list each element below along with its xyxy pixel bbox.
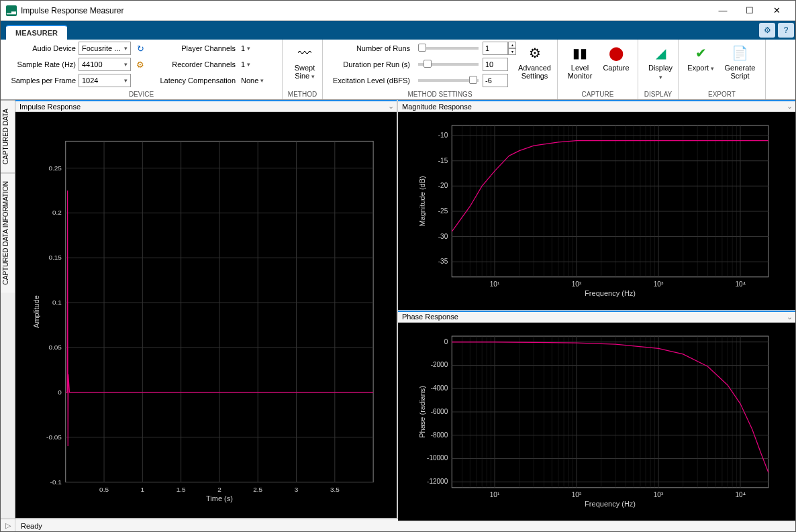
svg-text:1.5: 1.5 xyxy=(177,486,186,493)
generate-script-button[interactable]: 📄 Generate Script xyxy=(719,41,761,83)
excitation-label: Excitation Level (dBFS) xyxy=(327,76,414,85)
magnitude-plot[interactable]: -35-30-25-20-15-1010¹10²10³10⁴Frequency … xyxy=(398,112,795,310)
advanced-settings-button[interactable]: ⚙ Advanced Settings xyxy=(516,41,553,83)
impulse-panel-menu-icon[interactable]: ⌄ xyxy=(388,102,394,111)
player-channels-label: Player Channels xyxy=(152,44,240,52)
toolstrip: Audio Device Focusrite ... ↻ Sample Rate… xyxy=(1,40,795,100)
settings-icon[interactable]: ⚙ xyxy=(759,23,775,38)
samples-per-frame-combo[interactable]: 1024 xyxy=(79,74,131,87)
impulse-plot[interactable]: -0.1-0.0500.050.10.150.20.250.511.522.53… xyxy=(15,112,397,518)
capture-group-label: CAPTURE xyxy=(562,89,634,99)
export-button[interactable]: ✔ Export xyxy=(683,41,719,75)
samples-per-frame-label: Samples per Frame xyxy=(5,76,79,85)
phase-panel-menu-icon[interactable]: ⌄ xyxy=(787,313,793,321)
svg-text:10⁴: 10⁴ xyxy=(735,280,745,288)
svg-text:0.25: 0.25 xyxy=(48,164,62,172)
svg-text:Time (s): Time (s) xyxy=(206,494,233,502)
audio-device-label: Audio Device xyxy=(5,44,79,52)
svg-text:-10000: -10000 xyxy=(427,454,448,462)
impulse-panel-header: Impulse Response ⌄ xyxy=(15,100,397,112)
refresh-device-icon[interactable]: ↻ xyxy=(134,42,147,55)
phase-plot[interactable]: -12000-10000-8000-6000-4000-2000010¹10²1… xyxy=(398,323,795,521)
phase-panel-header: Phase Response ⌄ xyxy=(398,311,795,323)
svg-text:-35: -35 xyxy=(438,258,448,265)
excitation-slider[interactable] xyxy=(418,79,479,82)
duration-value[interactable]: 10 xyxy=(483,58,508,71)
tab-measurer[interactable]: MEASURER xyxy=(6,25,67,40)
level-monitor-button[interactable]: ▮▮ Level Monitor xyxy=(562,41,598,83)
svg-text:-25: -25 xyxy=(438,207,448,215)
svg-text:0.1: 0.1 xyxy=(52,299,62,306)
svg-text:-10: -10 xyxy=(438,131,448,139)
svg-text:10¹: 10¹ xyxy=(490,491,500,498)
svg-text:10¹: 10¹ xyxy=(490,280,500,288)
display-button[interactable]: ◢ Display xyxy=(642,41,679,84)
svg-text:Frequency (Hz): Frequency (Hz) xyxy=(585,289,636,297)
svg-text:-2000: -2000 xyxy=(431,361,448,368)
minimize-button[interactable]: — xyxy=(709,1,736,20)
main-area: CAPTURED DATA CAPTURED DATA INFORMATION … xyxy=(1,100,795,519)
svg-text:-6000: -6000 xyxy=(431,408,448,415)
excitation-value[interactable]: -6 xyxy=(483,74,508,87)
runs-slider[interactable] xyxy=(418,47,479,50)
script-icon: 📄 xyxy=(731,44,750,62)
method-group-label: METHOD xyxy=(287,89,318,99)
magnitude-panel-menu-icon[interactable]: ⌄ xyxy=(787,102,793,111)
svg-text:-8000: -8000 xyxy=(431,431,448,439)
display-icon: ◢ xyxy=(651,44,670,62)
run-icon[interactable]: ▷ xyxy=(1,519,15,532)
svg-text:Frequency (Hz): Frequency (Hz) xyxy=(585,500,636,508)
window-title: Impulse Response Measurer xyxy=(21,6,709,15)
svg-text:Amplitude: Amplitude xyxy=(32,295,40,328)
svg-text:Magnitude (dB): Magnitude (dB) xyxy=(418,176,426,226)
swept-sine-button[interactable]: 〰 Swept Sine xyxy=(287,41,323,83)
runs-spinner[interactable]: ▴▾ xyxy=(508,42,516,55)
recorder-channels-value[interactable]: 1 xyxy=(241,60,250,68)
svg-text:-0.1: -0.1 xyxy=(50,478,62,486)
captured-data-tab[interactable]: CAPTURED DATA xyxy=(1,100,15,172)
svg-text:10³: 10³ xyxy=(654,491,664,498)
title-bar: ▁▃ Impulse Response Measurer — ☐ ✕ xyxy=(1,1,795,21)
svg-text:-15: -15 xyxy=(438,157,448,164)
runs-value[interactable]: 1 xyxy=(483,42,508,55)
svg-text:-30: -30 xyxy=(438,233,448,240)
svg-text:-12000: -12000 xyxy=(427,478,448,485)
svg-text:10²: 10² xyxy=(572,280,582,288)
level-monitor-icon: ▮▮ xyxy=(570,44,589,62)
audio-device-combo[interactable]: Focusrite ... xyxy=(79,42,131,55)
duration-slider[interactable] xyxy=(418,63,479,66)
svg-text:3: 3 xyxy=(295,486,299,493)
captured-data-info-tab[interactable]: CAPTURED DATA INFORMATION xyxy=(1,172,15,292)
rate-settings-icon[interactable]: ⚙ xyxy=(134,58,147,71)
app-icon: ▁▃ xyxy=(6,5,17,16)
svg-text:0: 0 xyxy=(444,338,448,345)
latency-label: Latency Compensation xyxy=(152,76,240,85)
duration-label: Duration per Run (s) xyxy=(327,60,414,68)
svg-text:10⁴: 10⁴ xyxy=(735,491,745,498)
svg-text:-20: -20 xyxy=(438,182,448,189)
swept-sine-icon: 〰 xyxy=(295,44,314,62)
status-text: Ready xyxy=(15,522,42,530)
svg-text:3.5: 3.5 xyxy=(330,486,340,493)
svg-text:1: 1 xyxy=(141,486,145,493)
latency-value[interactable]: None xyxy=(241,76,264,85)
capture-button[interactable]: ⬤ Capture xyxy=(598,41,634,74)
close-button[interactable]: ✕ xyxy=(763,1,790,20)
runs-label: Number of Runs xyxy=(327,44,414,52)
method-settings-group-label: METHOD SETTINGS xyxy=(327,89,553,99)
maximize-button[interactable]: ☐ xyxy=(736,1,763,20)
tab-bar: MEASURER ⚙ ? xyxy=(1,21,795,40)
export-group-label: EXPORT xyxy=(683,89,761,99)
svg-text:2: 2 xyxy=(217,486,221,493)
device-group-label: DEVICE xyxy=(5,89,278,99)
svg-text:-0.05: -0.05 xyxy=(46,433,62,441)
svg-rect-33 xyxy=(452,125,768,277)
svg-text:Phase (radians): Phase (radians) xyxy=(418,386,426,438)
sample-rate-combo[interactable]: 44100 xyxy=(79,58,131,71)
help-icon[interactable]: ? xyxy=(778,23,794,38)
svg-text:0.5: 0.5 xyxy=(99,486,109,493)
svg-text:0.05: 0.05 xyxy=(48,343,62,351)
svg-text:0.2: 0.2 xyxy=(52,209,62,216)
player-channels-value[interactable]: 1 xyxy=(241,44,250,52)
svg-text:10³: 10³ xyxy=(654,280,664,288)
